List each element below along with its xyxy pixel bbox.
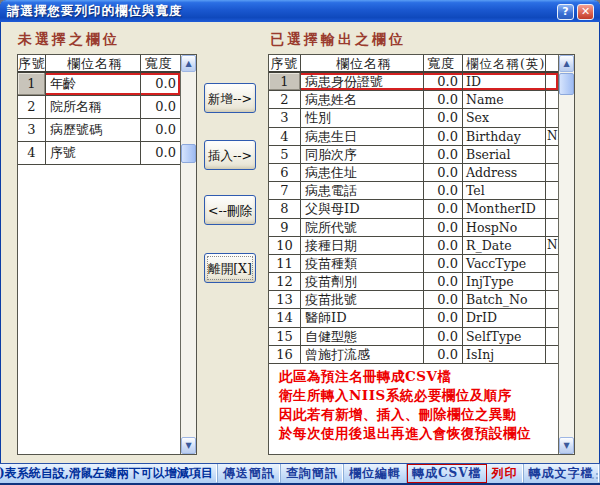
row-width: 0.0 [424,255,463,272]
scrollbar[interactable]: ▲ ▼ [180,55,196,454]
exit-button[interactable]: 離開[X] [204,253,256,283]
scroll-thumb[interactable] [181,144,196,163]
row-no: 13 [269,291,301,308]
row-name: 院所代號 [301,219,424,236]
statusbar-button[interactable]: 列印 [487,464,523,483]
row-name: 病患身份證號 [301,73,424,90]
row-width: 0.0 [424,309,463,326]
row-no: 1 [18,73,46,95]
row-no: 3 [269,109,301,126]
print-column-dialog: 請選擇您要列印的欄位與寬度 ? ✕ 未選擇之欄位 已選擇輸出之欄位 序號 欄位名… [0,0,600,485]
row-name: 疫苗批號 [301,291,424,308]
scroll-up-icon[interactable]: ▲ [181,55,196,72]
row-no: 3 [18,119,46,141]
titlebar: 請選擇您要列印的欄位與寬度 ? ✕ [0,0,600,22]
row-name-en: Sex [463,109,546,126]
row-name-en: DrID [463,309,546,326]
row-name: 病患生日 [301,128,424,145]
row-extra [546,309,558,326]
table-row[interactable]: 15 自健型態 0.0 SelfType [269,328,558,346]
row-width: 0.0 [141,119,180,141]
note-line: 此區為預注名冊轉成CSV檔 [279,367,554,386]
statusbar-button[interactable]: 傳送簡訊 [217,464,280,483]
row-no: 16 [269,346,301,363]
row-name: 院所名稱 [46,96,141,118]
header-width: 寬度 [141,55,180,71]
statusbar-button[interactable]: 轉成CSV檔 [406,464,487,483]
row-name-en: Bserial [463,146,546,163]
row-extra: NH [546,128,558,145]
row-name-en: Name [463,91,546,108]
table-header: 序號 欄位名稱 寬度 [18,55,180,73]
unselected-columns-table: 序號 欄位名稱 寬度 1 年齡 0.0 2 院所名稱 0.0 [17,54,197,455]
resize-grip-icon[interactable] [588,469,598,479]
row-width: 0.0 [424,219,463,236]
table-row[interactable]: 11 疫苗種類 0.0 VaccType [269,255,558,273]
row-name: 疫苗種類 [301,255,424,272]
scroll-down-icon[interactable]: ▼ [181,437,196,454]
row-name: 自健型態 [301,328,424,345]
table-row[interactable]: 3 病歷號碼 0.0 [18,119,180,142]
table-row[interactable]: 13 疫苗批號 0.0 Batch_No [269,291,558,309]
row-name-en: MontherID [463,200,546,217]
row-no: 11 [269,255,301,272]
row-name: 病患住址 [301,164,424,181]
scroll-down-icon[interactable]: ▼ [559,437,574,454]
close-icon[interactable]: ✕ [577,4,594,20]
table-row[interactable]: 1 病患身份證號 0.0 ID [269,73,558,91]
table-row[interactable]: 5 同胎次序 0.0 Bserial [269,146,558,164]
table-row[interactable]: 6 病患住址 0.0 Address [269,164,558,182]
table-row[interactable]: 10 接種日期 0.0 R_Date NH [269,237,558,255]
table-row[interactable]: 16 曾施打流感 0.0 IsInj [269,346,558,364]
window-title: 請選擇您要列印的欄位與寬度 [7,3,183,20]
row-name-en: Batch_No [463,291,546,308]
table-row[interactable]: 9 院所代號 0.0 HospNo [269,219,558,237]
row-no: 2 [269,91,301,108]
header-extra [546,55,558,71]
row-name-en: IsInj [463,346,546,363]
row-no: 6 [269,164,301,181]
row-name: 性別 [301,109,424,126]
insert-button[interactable]: 插入--> [204,140,256,170]
selected-columns-table: 序號 欄位名稱 寬度 欄位名稱(英) 1 病患身份證號 0.0 ID [268,54,575,455]
delete-button[interactable]: <--刪除 [204,195,256,225]
row-extra [546,73,558,90]
row-no: 8 [269,200,301,217]
table-row[interactable]: 12 疫苗劑別 0.0 InjType [269,273,558,291]
table-row[interactable]: 1 年齡 0.0 [18,73,180,96]
scrollbar[interactable]: ▲ ▼ [558,55,574,454]
row-name: 同胎次序 [301,146,424,163]
row-width: 0.0 [424,91,463,108]
scroll-up-icon[interactable]: ▲ [559,55,574,72]
statusbar: )表系統自設,滑鼠左鍵兩下可以增減項目 傳送簡訊 查詢簡訊 欄位編輯 轉成CSV… [0,463,600,485]
statusbar-button[interactable]: 查詢簡訊 [280,464,343,483]
row-extra [546,219,558,236]
add-button[interactable]: 新增--> [204,83,256,113]
row-width: 0.0 [141,96,180,118]
table-row[interactable]: 2 病患姓名 0.0 Name [269,91,558,109]
table-row[interactable]: 4 病患生日 0.0 Birthday NH [269,128,558,146]
row-width: 0.0 [424,346,463,363]
scroll-thumb[interactable] [559,73,574,95]
row-width: 0.0 [424,128,463,145]
row-no: 7 [269,182,301,199]
csv-warning-note: 此區為預注名冊轉成CSV檔 衛生所轉入NIIS系統必要欄位及順序 因此若有新增、… [279,367,554,443]
table-row[interactable]: 4 序號 0.0 [18,142,180,165]
help-icon[interactable]: ? [557,4,574,20]
row-extra [546,146,558,163]
table-row[interactable]: 14 醫師ID 0.0 DrID [269,309,558,327]
row-width: 0.0 [424,164,463,181]
row-name-en: VaccType [463,255,546,272]
table-row[interactable]: 7 病患電話 0.0 Tel [269,182,558,200]
row-no: 10 [269,237,301,254]
row-extra [546,164,558,181]
row-name-en: Birthday [463,128,546,145]
row-width: 0.0 [424,146,463,163]
statusbar-button[interactable]: 欄位編輯 [343,464,406,483]
table-row[interactable]: 2 院所名稱 0.0 [18,96,180,119]
table-row[interactable]: 3 性別 0.0 Sex [269,109,558,127]
note-line: 衛生所轉入NIIS系統必要欄位及順序 [279,386,554,405]
row-width: 0.0 [141,73,180,95]
row-width: 0.0 [424,73,463,90]
table-row[interactable]: 8 父與母ID 0.0 MontherID [269,200,558,218]
